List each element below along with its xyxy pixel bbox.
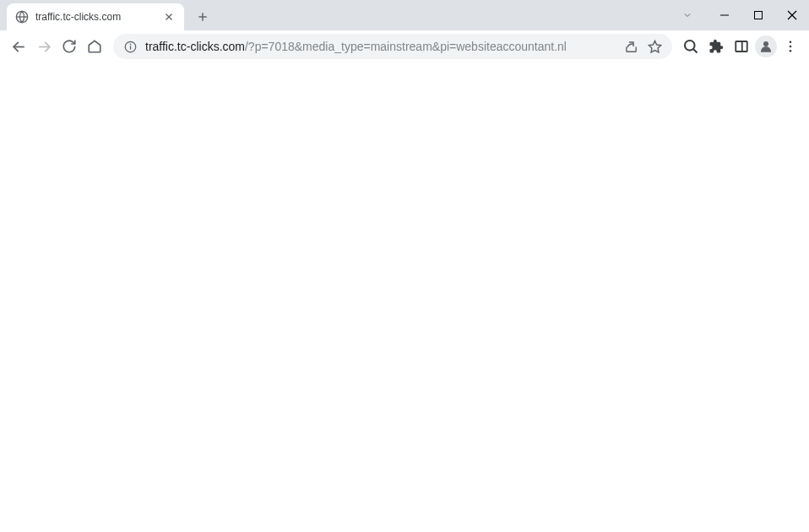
svg-point-21 bbox=[790, 41, 792, 43]
browser-toolbar: traffic.tc-clicks.com/?p=7018&media_type… bbox=[0, 30, 809, 62]
tab-title: traffic.tc-clicks.com bbox=[35, 11, 155, 23]
svg-point-16 bbox=[685, 41, 695, 51]
new-tab-button[interactable] bbox=[191, 5, 214, 29]
svg-rect-7 bbox=[755, 12, 763, 19]
address-bar-actions bbox=[623, 39, 662, 54]
share-icon[interactable] bbox=[623, 39, 638, 54]
svg-line-17 bbox=[693, 49, 698, 53]
site-info-icon[interactable] bbox=[123, 40, 137, 53]
tab-search-button[interactable] bbox=[671, 3, 704, 28]
home-button[interactable] bbox=[83, 35, 106, 58]
back-button[interactable] bbox=[7, 35, 30, 58]
svg-marker-15 bbox=[649, 41, 660, 52]
page-content bbox=[0, 62, 809, 532]
svg-point-23 bbox=[790, 50, 792, 52]
reload-button[interactable] bbox=[57, 35, 81, 58]
bookmark-star-icon[interactable] bbox=[647, 39, 662, 54]
search-button[interactable] bbox=[679, 35, 703, 58]
forward-button[interactable] bbox=[32, 35, 56, 58]
globe-icon bbox=[15, 10, 29, 24]
browser-tab[interactable]: traffic.tc-clicks.com bbox=[7, 3, 184, 30]
address-bar[interactable]: traffic.tc-clicks.com/?p=7018&media_type… bbox=[113, 34, 672, 59]
svg-point-14 bbox=[130, 44, 131, 45]
url-domain: traffic.tc-clicks.com bbox=[145, 40, 245, 53]
profile-button[interactable] bbox=[755, 35, 777, 57]
url-text: traffic.tc-clicks.com/?p=7018&media_type… bbox=[145, 40, 615, 53]
extensions-button[interactable] bbox=[704, 35, 728, 58]
menu-button[interactable] bbox=[779, 35, 802, 58]
close-tab-button[interactable] bbox=[162, 10, 176, 24]
side-panel-button[interactable] bbox=[730, 35, 753, 58]
maximize-button[interactable] bbox=[741, 3, 775, 28]
url-path: /?p=7018&media_type=mainstream&pi=websit… bbox=[245, 40, 567, 53]
svg-point-20 bbox=[763, 41, 768, 46]
minimize-button[interactable] bbox=[708, 3, 741, 28]
window-controls bbox=[671, 0, 809, 30]
svg-point-22 bbox=[790, 46, 792, 48]
close-window-button[interactable] bbox=[775, 3, 809, 28]
